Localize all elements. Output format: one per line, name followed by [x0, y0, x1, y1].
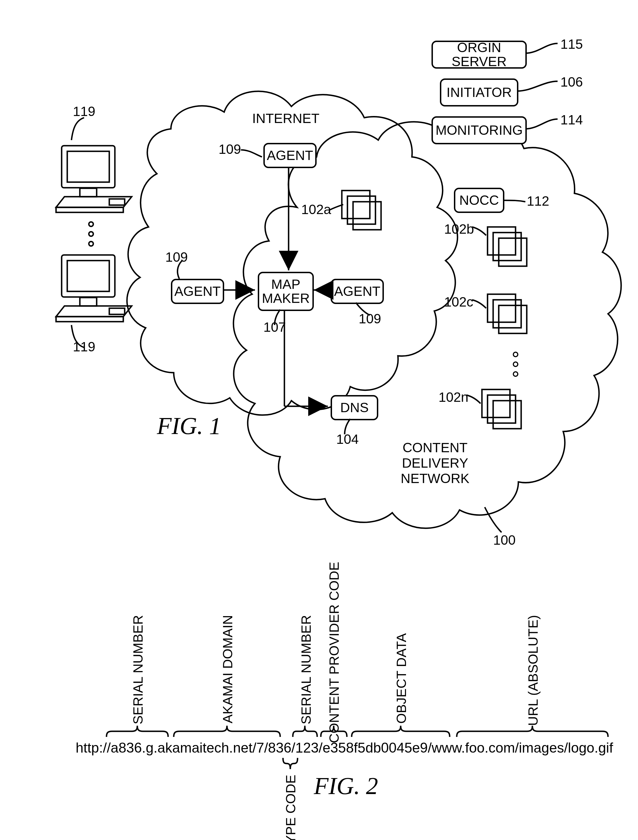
lbl-domain: AKAMAI DOMAIN	[220, 615, 235, 723]
svg-rect-2	[80, 188, 97, 197]
svg-rect-18	[353, 202, 381, 230]
lbl-type: TYPE CODE	[283, 775, 298, 840]
svg-point-5	[89, 222, 93, 226]
ellipsis-dot	[513, 371, 518, 377]
cdn-l2: DELIVERY	[401, 455, 469, 471]
cdn-l3: NETWORK	[401, 471, 469, 486]
svg-rect-3	[109, 199, 125, 205]
cdn-l1: CONTENT	[401, 440, 469, 455]
ref-102c: 102c	[444, 294, 473, 309]
svg-rect-9	[67, 261, 109, 291]
svg-rect-21	[499, 238, 527, 266]
svg-rect-24	[499, 305, 527, 333]
ref-106: 106	[561, 74, 583, 90]
cdn-label: CONTENT DELIVERY NETWORK	[401, 440, 469, 486]
svg-rect-10	[80, 298, 97, 306]
fig2-caption: FIG. 2	[314, 772, 378, 800]
ref-115: 115	[561, 36, 583, 52]
svg-rect-11	[109, 308, 125, 314]
lbl-provider: CONTENT PROVIDER CODE	[327, 562, 342, 743]
lbl-url-abs: URL (ABSOLUTE)	[525, 615, 541, 726]
svg-point-7	[89, 242, 93, 246]
ellipsis-dot	[513, 352, 518, 357]
fig1-caption: FIG. 1	[157, 412, 221, 440]
lbl-object: OBJECT DATA	[394, 633, 409, 724]
dns-box: DNS	[331, 395, 378, 420]
svg-point-6	[89, 232, 93, 236]
svg-rect-4	[56, 207, 123, 212]
lbl-serial1: SERIAL NUMBER	[130, 615, 146, 724]
nocc-box: NOCC	[454, 188, 504, 213]
ref-102b: 102b	[444, 221, 474, 237]
ref-102a: 102a	[301, 202, 331, 217]
svg-rect-27	[493, 401, 521, 429]
lbl-serial2: SERIAL NUMBER	[298, 615, 314, 724]
ref-102n: 102n	[439, 390, 469, 405]
ref-114: 114	[561, 112, 583, 128]
ellipsis-dot	[513, 362, 518, 367]
